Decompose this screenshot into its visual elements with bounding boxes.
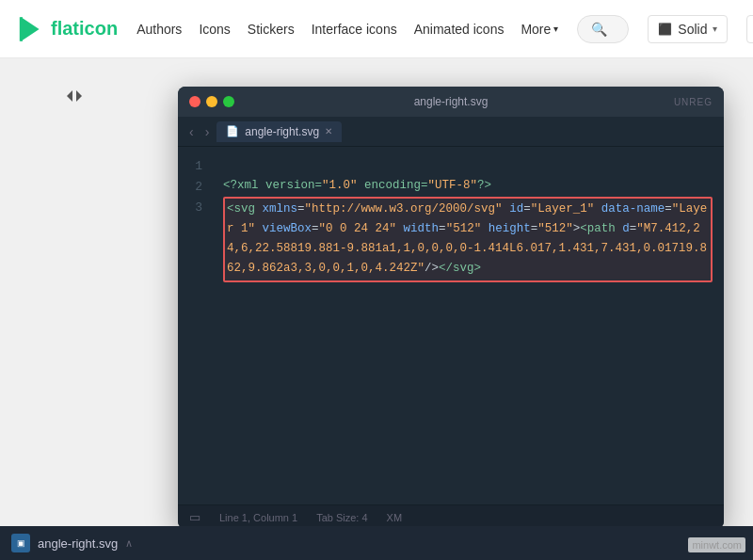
- search-bar[interactable]: 🔍: [577, 15, 629, 43]
- bottom-filename: angle-right.svg: [38, 536, 118, 551]
- svg-marker-2: [67, 90, 72, 102]
- tab-back-button[interactable]: ‹: [185, 124, 198, 139]
- solid-icon: ⬛: [658, 23, 672, 36]
- maximize-button[interactable]: [223, 96, 234, 107]
- bottom-file-icon: ▣: [11, 534, 30, 552]
- search-icon: 🔍: [591, 22, 607, 37]
- nav-stickers[interactable]: Stickers: [248, 22, 295, 37]
- main-content: angle-right.svg UNREG ‹ › 📄 angle-right.…: [0, 58, 753, 560]
- left-sidebar: [0, 58, 149, 560]
- status-encoding: XM: [387, 512, 403, 523]
- bottom-chevron-icon: ∧: [125, 537, 133, 550]
- bottom-bar: ▣ angle-right.svg ∧: [0, 526, 753, 560]
- nav-animated-icons[interactable]: Animated icons: [414, 22, 505, 37]
- tab-forward-button[interactable]: ›: [201, 124, 214, 139]
- file-tab[interactable]: 📄 angle-right.svg ✕: [216, 121, 342, 142]
- line-number-2: 2: [178, 177, 202, 198]
- logo-icon: [15, 14, 45, 44]
- svg-marker-3: [76, 90, 82, 102]
- svg-marker-0: [21, 17, 39, 41]
- window-tabbar: ‹ › 📄 angle-right.svg ✕: [178, 117, 724, 147]
- line-number-3: 3: [178, 198, 202, 218]
- unreg-label: UNREG: [674, 97, 713, 107]
- editor-area: angle-right.svg UNREG ‹ › 📄 angle-right.…: [149, 58, 753, 560]
- tab-filename: angle-right.svg: [245, 125, 319, 138]
- tab-close-icon[interactable]: ✕: [325, 126, 332, 136]
- nav-icons[interactable]: Icons: [199, 22, 230, 37]
- tab-file-icon: 📄: [226, 125, 239, 137]
- style-label: Solid: [678, 22, 707, 37]
- stroke-dropdown[interactable]: ⌐ Straight ▾: [746, 15, 753, 43]
- minimize-button[interactable]: [206, 96, 217, 107]
- code-content: 1 2 3 <?xml version="1.0" encoding="UTF-…: [178, 147, 724, 504]
- status-tab-size: Tab Size: 4: [316, 512, 367, 523]
- code-body[interactable]: <?xml version="1.0" encoding="UTF-8"?> <…: [212, 147, 724, 504]
- close-button[interactable]: [189, 96, 200, 107]
- window-titlebar: angle-right.svg UNREG: [178, 87, 724, 117]
- window-title: angle-right.svg: [414, 95, 489, 108]
- sidebar-tool-arrows[interactable]: [56, 77, 93, 115]
- nav-more[interactable]: More ▾: [521, 22, 558, 37]
- arrows-icon: [63, 85, 86, 107]
- nav-interface-icons[interactable]: Interface icons: [312, 22, 397, 37]
- nav-links: Authors Icons Stickers Interface icons A…: [136, 22, 558, 37]
- navbar: flaticon Authors Icons Stickers Interfac…: [0, 0, 753, 58]
- style-dropdown[interactable]: ⬛ Solid ▾: [648, 15, 728, 43]
- line-numbers: 1 2 3: [178, 147, 212, 504]
- nav-authors[interactable]: Authors: [136, 22, 182, 37]
- line-number-1: 1: [178, 156, 202, 177]
- logo-text: flaticon: [51, 18, 118, 40]
- code-line-2: <svg xmlns="http://www.w3.org/2000/svg" …: [223, 197, 713, 282]
- logo[interactable]: flaticon: [15, 14, 118, 44]
- code-window: angle-right.svg UNREG ‹ › 📄 angle-right.…: [178, 87, 724, 529]
- style-chevron-icon: ▾: [713, 24, 717, 34]
- status-icon: ▭: [189, 510, 200, 524]
- status-line-col: Line 1, Column 1: [219, 512, 297, 523]
- watermark: minwt.com: [688, 537, 745, 552]
- more-chevron-icon: ▾: [553, 24, 558, 34]
- code-line-1: <?xml version="1.0" encoding="UTF-8"?>: [223, 179, 491, 192]
- traffic-lights: [189, 96, 234, 107]
